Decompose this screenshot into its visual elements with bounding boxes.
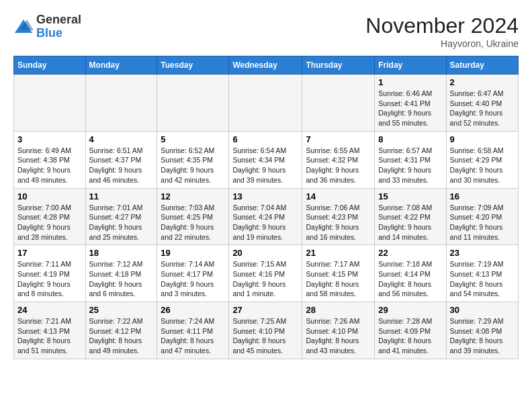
logo-text: General Blue [36,13,81,40]
calendar-cell: 9Sunrise: 6:58 AMSunset: 4:29 PMDaylight… [446,131,519,188]
day-number: 20 [232,248,298,258]
day-info: Sunrise: 7:24 AMSunset: 4:11 PMDaylight:… [161,316,225,356]
calendar-cell: 3Sunrise: 6:49 AMSunset: 4:38 PMDaylight… [14,131,86,188]
day-number: 8 [378,134,442,144]
day-info: Sunrise: 6:47 AMSunset: 4:40 PMDaylight:… [450,89,515,128]
calendar-cell: 13Sunrise: 7:04 AMSunset: 4:24 PMDayligh… [229,188,302,245]
calendar-cell [157,75,229,132]
location: Hayvoron, Ukraine [365,38,519,49]
day-info: Sunrise: 7:03 AMSunset: 4:25 PMDaylight:… [161,203,225,242]
week-row-2: 3Sunrise: 6:49 AMSunset: 4:38 PMDaylight… [14,131,519,188]
calendar-cell: 27Sunrise: 7:25 AMSunset: 4:10 PMDayligh… [229,302,302,359]
day-number: 9 [450,134,515,144]
day-number: 4 [89,134,154,144]
day-number: 18 [89,248,154,258]
week-row-3: 10Sunrise: 7:00 AMSunset: 4:28 PMDayligh… [14,188,519,245]
day-info: Sunrise: 6:57 AMSunset: 4:31 PMDaylight:… [378,146,442,185]
calendar-cell: 2Sunrise: 6:47 AMSunset: 4:40 PMDaylight… [446,75,519,132]
calendar-cell: 17Sunrise: 7:11 AMSunset: 4:19 PMDayligh… [14,245,86,302]
day-info: Sunrise: 7:28 AMSunset: 4:09 PMDaylight:… [378,316,442,356]
header-day-saturday: Saturday [446,56,519,75]
header-day-monday: Monday [85,56,157,75]
day-number: 2 [450,77,515,87]
logo-blue: Blue [36,26,62,40]
header: General Blue November 2024 Hayvoron, Ukr… [13,13,519,49]
day-info: Sunrise: 7:25 AMSunset: 4:10 PMDaylight:… [232,316,298,356]
header-day-tuesday: Tuesday [157,56,229,75]
day-info: Sunrise: 6:55 AMSunset: 4:32 PMDaylight:… [306,146,371,185]
day-number: 19 [161,248,225,258]
day-info: Sunrise: 7:14 AMSunset: 4:17 PMDaylight:… [161,259,225,299]
day-number: 22 [378,248,442,258]
day-number: 17 [17,248,82,258]
day-info: Sunrise: 6:52 AMSunset: 4:35 PMDaylight:… [161,146,225,185]
calendar-cell: 14Sunrise: 7:06 AMSunset: 4:23 PMDayligh… [302,188,375,245]
calendar-cell: 16Sunrise: 7:09 AMSunset: 4:20 PMDayligh… [446,188,519,245]
calendar-cell: 12Sunrise: 7:03 AMSunset: 4:25 PMDayligh… [157,188,229,245]
day-info: Sunrise: 7:01 AMSunset: 4:27 PMDaylight:… [89,203,154,242]
day-number: 6 [232,134,298,144]
day-info: Sunrise: 7:11 AMSunset: 4:19 PMDaylight:… [17,259,82,299]
day-number: 28 [306,305,371,315]
day-number: 30 [450,305,515,315]
calendar-cell: 1Sunrise: 6:46 AMSunset: 4:41 PMDaylight… [375,75,446,132]
day-info: Sunrise: 7:26 AMSunset: 4:10 PMDaylight:… [306,316,371,356]
calendar-cell: 7Sunrise: 6:55 AMSunset: 4:32 PMDaylight… [302,131,375,188]
calendar-cell: 8Sunrise: 6:57 AMSunset: 4:31 PMDaylight… [375,131,446,188]
calendar-cell: 25Sunrise: 7:22 AMSunset: 4:12 PMDayligh… [85,302,157,359]
month-title: November 2024 [365,13,519,38]
day-info: Sunrise: 7:15 AMSunset: 4:16 PMDaylight:… [232,259,298,299]
day-info: Sunrise: 7:12 AMSunset: 4:18 PMDaylight:… [89,259,154,299]
calendar-cell [85,75,157,132]
calendar-cell: 6Sunrise: 6:54 AMSunset: 4:34 PMDaylight… [229,131,302,188]
calendar-body: 1Sunrise: 6:46 AMSunset: 4:41 PMDaylight… [14,75,519,359]
header-day-thursday: Thursday [302,56,375,75]
day-number: 25 [89,305,154,315]
calendar-cell: 24Sunrise: 7:21 AMSunset: 4:13 PMDayligh… [14,302,86,359]
header-day-friday: Friday [375,56,446,75]
logo-icon [13,17,34,37]
day-number: 7 [306,134,371,144]
day-info: Sunrise: 6:54 AMSunset: 4:34 PMDaylight:… [232,146,298,185]
day-info: Sunrise: 7:17 AMSunset: 4:15 PMDaylight:… [306,259,371,299]
day-info: Sunrise: 7:19 AMSunset: 4:13 PMDaylight:… [450,259,515,299]
calendar-cell: 21Sunrise: 7:17 AMSunset: 4:15 PMDayligh… [302,245,375,302]
day-number: 26 [161,305,225,315]
day-info: Sunrise: 7:00 AMSunset: 4:28 PMDaylight:… [17,203,82,242]
calendar-cell: 5Sunrise: 6:52 AMSunset: 4:35 PMDaylight… [157,131,229,188]
calendar-cell: 10Sunrise: 7:00 AMSunset: 4:28 PMDayligh… [14,188,86,245]
calendar-cell: 23Sunrise: 7:19 AMSunset: 4:13 PMDayligh… [446,245,519,302]
day-info: Sunrise: 7:22 AMSunset: 4:12 PMDaylight:… [89,316,154,356]
calendar-cell: 19Sunrise: 7:14 AMSunset: 4:17 PMDayligh… [157,245,229,302]
day-number: 3 [17,134,82,144]
day-info: Sunrise: 6:51 AMSunset: 4:37 PMDaylight:… [89,146,154,185]
day-info: Sunrise: 7:09 AMSunset: 4:20 PMDaylight:… [450,203,515,242]
calendar-cell: 20Sunrise: 7:15 AMSunset: 4:16 PMDayligh… [229,245,302,302]
day-info: Sunrise: 6:46 AMSunset: 4:41 PMDaylight:… [378,89,442,128]
calendar-cell: 26Sunrise: 7:24 AMSunset: 4:11 PMDayligh… [157,302,229,359]
day-info: Sunrise: 6:49 AMSunset: 4:38 PMDaylight:… [17,146,82,185]
day-number: 23 [450,248,515,258]
calendar-cell: 29Sunrise: 7:28 AMSunset: 4:09 PMDayligh… [375,302,446,359]
day-number: 12 [161,191,225,201]
logo-general: General [36,13,81,26]
day-number: 15 [378,191,442,201]
calendar-cell: 11Sunrise: 7:01 AMSunset: 4:27 PMDayligh… [85,188,157,245]
calendar-cell: 18Sunrise: 7:12 AMSunset: 4:18 PMDayligh… [85,245,157,302]
calendar-header-row: SundayMondayTuesdayWednesdayThursdayFrid… [14,56,519,75]
calendar-cell [229,75,302,132]
day-number: 1 [378,77,442,87]
calendar-cell: 28Sunrise: 7:26 AMSunset: 4:10 PMDayligh… [302,302,375,359]
day-number: 16 [450,191,515,201]
day-info: Sunrise: 6:58 AMSunset: 4:29 PMDaylight:… [450,146,515,185]
day-info: Sunrise: 7:18 AMSunset: 4:14 PMDaylight:… [378,259,442,299]
day-number: 13 [232,191,298,201]
title-section: November 2024 Hayvoron, Ukraine [365,13,519,49]
day-info: Sunrise: 7:08 AMSunset: 4:22 PMDaylight:… [378,203,442,242]
day-info: Sunrise: 7:06 AMSunset: 4:23 PMDaylight:… [306,203,371,242]
calendar-cell: 22Sunrise: 7:18 AMSunset: 4:14 PMDayligh… [375,245,446,302]
week-row-1: 1Sunrise: 6:46 AMSunset: 4:41 PMDaylight… [14,75,519,132]
calendar-cell: 4Sunrise: 6:51 AMSunset: 4:37 PMDaylight… [85,131,157,188]
calendar-table: SundayMondayTuesdayWednesdayThursdayFrid… [13,56,519,359]
day-number: 11 [89,191,154,201]
